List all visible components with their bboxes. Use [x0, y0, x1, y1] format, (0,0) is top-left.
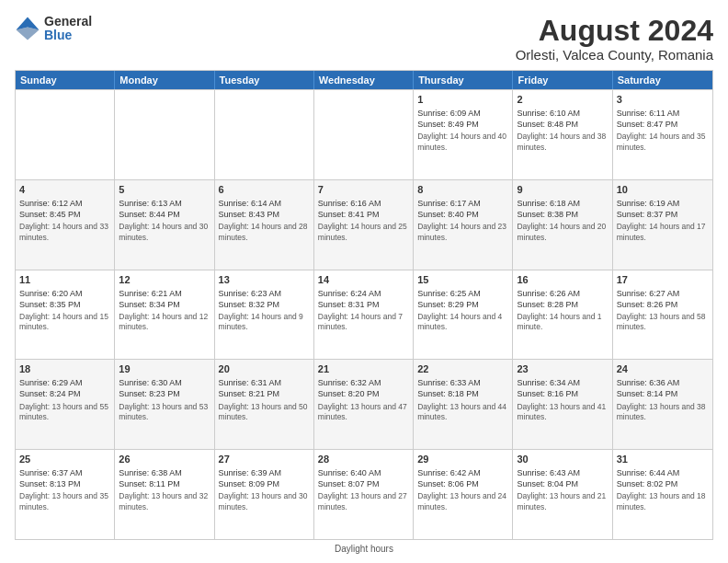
- sunset-text: Sunset: 8:04 PM: [517, 479, 578, 488]
- sunrise-text: Sunrise: 6:18 AM: [517, 199, 580, 208]
- daylight-text: Daylight: 13 hours and 47 minutes.: [318, 402, 409, 423]
- calendar-cell: 24Sunrise: 6:36 AMSunset: 8:14 PMDayligh…: [613, 360, 712, 449]
- sunset-text: Sunset: 8:45 PM: [19, 210, 81, 219]
- sunrise-text: Sunrise: 6:39 AM: [219, 468, 282, 477]
- calendar-weekday-wednesday: Wednesday: [314, 71, 414, 89]
- calendar-cell: 1Sunrise: 6:09 AMSunset: 8:49 PMDaylight…: [414, 90, 513, 179]
- calendar-cell: [16, 90, 115, 179]
- daylight-text: Daylight: 13 hours and 41 minutes.: [517, 402, 608, 423]
- daylight-text: Daylight: 13 hours and 58 minutes.: [617, 312, 709, 333]
- daylight-text: Daylight: 14 hours and 15 minutes.: [19, 312, 110, 333]
- sunrise-text: Sunrise: 6:14 AM: [219, 199, 282, 208]
- sunset-text: Sunset: 8:28 PM: [517, 300, 578, 309]
- day-number: 1: [417, 93, 508, 107]
- sunset-text: Sunset: 8:21 PM: [219, 389, 280, 398]
- sunrise-text: Sunrise: 6:09 AM: [417, 109, 481, 118]
- daylight-text: Daylight: 14 hours and 12 minutes.: [119, 312, 210, 333]
- sunrise-text: Sunrise: 6:40 AM: [318, 468, 381, 477]
- daylight-text: Daylight: 13 hours and 32 minutes.: [119, 491, 210, 512]
- day-number: 13: [219, 273, 310, 287]
- sunrise-text: Sunrise: 6:10 AM: [517, 109, 580, 118]
- calendar-cell: 2Sunrise: 6:10 AMSunset: 8:48 PMDaylight…: [513, 90, 612, 179]
- sunset-text: Sunset: 8:48 PM: [517, 120, 578, 129]
- day-number: 16: [517, 273, 608, 287]
- subtitle: Orlesti, Valcea County, Romania: [516, 47, 713, 63]
- daylight-text: Daylight: 14 hours and 1 minute.: [517, 312, 608, 333]
- sunrise-text: Sunrise: 6:26 AM: [517, 289, 580, 298]
- daylight-text: Daylight: 14 hours and 25 minutes.: [318, 222, 409, 243]
- daylight-text: Daylight: 13 hours and 38 minutes.: [617, 402, 709, 423]
- calendar-cell: 16Sunrise: 6:26 AMSunset: 8:28 PMDayligh…: [513, 270, 612, 360]
- sunset-text: Sunset: 8:14 PM: [617, 389, 678, 398]
- calendar-cell: 8Sunrise: 6:17 AMSunset: 8:40 PMDaylight…: [414, 180, 513, 270]
- daylight-text: Daylight: 13 hours and 44 minutes.: [417, 402, 508, 423]
- daylight-text: Daylight: 13 hours and 53 minutes.: [119, 402, 210, 423]
- calendar-weekday-sunday: Sunday: [16, 71, 115, 89]
- calendar-cell: 6Sunrise: 6:14 AMSunset: 8:43 PMDaylight…: [215, 180, 314, 270]
- daylight-text: Daylight: 14 hours and 7 minutes.: [318, 312, 409, 333]
- daylight-text: Daylight: 14 hours and 23 minutes.: [417, 222, 508, 243]
- sunrise-text: Sunrise: 6:43 AM: [517, 468, 580, 477]
- sunset-text: Sunset: 8:26 PM: [617, 300, 678, 309]
- sunrise-text: Sunrise: 6:23 AM: [219, 289, 282, 298]
- day-number: 4: [19, 183, 110, 197]
- day-number: 24: [617, 362, 709, 376]
- daylight-text: Daylight: 14 hours and 35 minutes.: [617, 132, 709, 153]
- day-number: 5: [119, 183, 210, 197]
- sunrise-text: Sunrise: 6:33 AM: [417, 378, 481, 387]
- sunrise-text: Sunrise: 6:29 AM: [19, 378, 83, 387]
- sunrise-text: Sunrise: 6:36 AM: [617, 378, 680, 387]
- sunset-text: Sunset: 8:40 PM: [417, 210, 479, 219]
- sunrise-text: Sunrise: 6:19 AM: [617, 199, 680, 208]
- calendar-header: SundayMondayTuesdayWednesdayThursdayFrid…: [16, 71, 712, 89]
- daylight-text: Daylight: 14 hours and 40 minutes.: [417, 132, 508, 153]
- logo-general: General: [44, 15, 92, 29]
- calendar-cell: [215, 90, 314, 179]
- day-number: 11: [19, 273, 110, 287]
- calendar-cell: [314, 90, 414, 179]
- sunrise-text: Sunrise: 6:24 AM: [318, 289, 381, 298]
- day-number: 3: [617, 93, 709, 107]
- sunrise-text: Sunrise: 6:44 AM: [617, 468, 680, 477]
- calendar-cell: 28Sunrise: 6:40 AMSunset: 8:07 PMDayligh…: [314, 450, 414, 539]
- day-number: 19: [119, 362, 210, 376]
- day-number: 10: [617, 183, 709, 197]
- daylight-text: Daylight: 13 hours and 35 minutes.: [19, 491, 110, 512]
- sunset-text: Sunset: 8:49 PM: [417, 120, 479, 129]
- sunrise-text: Sunrise: 6:17 AM: [417, 199, 481, 208]
- day-number: 25: [19, 453, 110, 466]
- sunset-text: Sunset: 8:02 PM: [617, 479, 678, 488]
- sunrise-text: Sunrise: 6:27 AM: [617, 289, 680, 298]
- calendar-cell: 11Sunrise: 6:20 AMSunset: 8:35 PMDayligh…: [16, 270, 115, 360]
- calendar-cell: 30Sunrise: 6:43 AMSunset: 8:04 PMDayligh…: [513, 450, 612, 539]
- sunset-text: Sunset: 8:29 PM: [417, 300, 479, 309]
- logo-blue: Blue: [44, 29, 92, 42]
- calendar: SundayMondayTuesdayWednesdayThursdayFrid…: [15, 70, 713, 540]
- sunrise-text: Sunrise: 6:21 AM: [119, 289, 182, 298]
- daylight-text: Daylight: 13 hours and 55 minutes.: [19, 402, 110, 423]
- day-number: 15: [417, 273, 508, 287]
- calendar-week-4: 18Sunrise: 6:29 AMSunset: 8:24 PMDayligh…: [16, 359, 712, 449]
- calendar-cell: 12Sunrise: 6:21 AMSunset: 8:34 PMDayligh…: [115, 270, 214, 360]
- sunset-text: Sunset: 8:37 PM: [617, 210, 678, 219]
- calendar-cell: 15Sunrise: 6:25 AMSunset: 8:29 PMDayligh…: [414, 270, 513, 360]
- sunrise-text: Sunrise: 6:11 AM: [617, 109, 680, 118]
- sunset-text: Sunset: 8:16 PM: [517, 389, 578, 398]
- sunrise-text: Sunrise: 6:32 AM: [318, 378, 381, 387]
- sunset-text: Sunset: 8:23 PM: [119, 389, 180, 398]
- day-number: 12: [119, 273, 210, 287]
- calendar-cell: 17Sunrise: 6:27 AMSunset: 8:26 PMDayligh…: [613, 270, 712, 360]
- logo-text: General Blue: [44, 15, 92, 43]
- page: General Blue August 2024 Orlesti, Valcea…: [0, 0, 728, 563]
- sunset-text: Sunset: 8:41 PM: [318, 210, 380, 219]
- sunset-text: Sunset: 8:07 PM: [318, 479, 380, 488]
- calendar-cell: 19Sunrise: 6:30 AMSunset: 8:23 PMDayligh…: [115, 360, 214, 449]
- daylight-text: Daylight: 14 hours and 20 minutes.: [517, 222, 608, 243]
- sunrise-text: Sunrise: 6:13 AM: [119, 199, 182, 208]
- calendar-cell: 9Sunrise: 6:18 AMSunset: 8:38 PMDaylight…: [513, 180, 612, 270]
- day-number: 2: [517, 93, 608, 107]
- calendar-cell: 4Sunrise: 6:12 AMSunset: 8:45 PMDaylight…: [16, 180, 115, 270]
- sunrise-text: Sunrise: 6:31 AM: [219, 378, 282, 387]
- footer-note: Daylight hours: [15, 544, 713, 554]
- day-number: 26: [119, 453, 210, 466]
